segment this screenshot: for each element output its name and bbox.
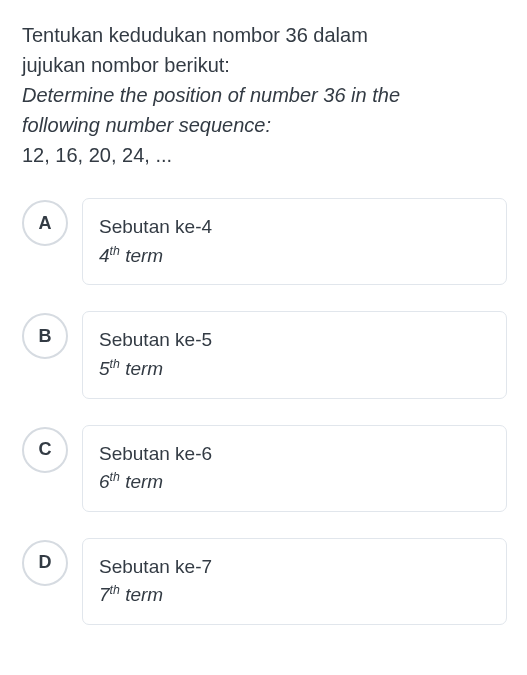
- option-letter: D: [22, 540, 68, 586]
- question-line-1: Tentukan kedudukan nombor 36 dalam: [22, 24, 368, 46]
- option-d[interactable]: D Sebutan ke-7 7th term: [22, 538, 507, 625]
- option-sub: 4th term: [99, 242, 490, 271]
- option-primary: Sebutan ke-7: [99, 553, 490, 582]
- option-ordinal: 5: [99, 358, 110, 379]
- option-suffix: th: [110, 244, 120, 258]
- option-sub: 5th term: [99, 355, 490, 384]
- option-ordinal: 6: [99, 471, 110, 492]
- option-box: Sebutan ke-5 5th term: [82, 311, 507, 398]
- question-sequence: 12, 16, 20, 24, ...: [22, 144, 172, 166]
- option-letter-text: D: [39, 552, 52, 573]
- option-a[interactable]: A Sebutan ke-4 4th term: [22, 198, 507, 285]
- option-suffix: th: [110, 583, 120, 597]
- option-suffix: th: [110, 357, 120, 371]
- options-container: A Sebutan ke-4 4th term B Sebutan ke-5 5…: [22, 198, 507, 625]
- option-box: Sebutan ke-4 4th term: [82, 198, 507, 285]
- question-translation-line-2: following number sequence:: [22, 114, 271, 136]
- option-sub-after: term: [120, 245, 163, 266]
- option-letter-text: B: [39, 326, 52, 347]
- option-letter-text: C: [39, 439, 52, 460]
- question-block: Tentukan kedudukan nombor 36 dalam jujuk…: [22, 20, 507, 170]
- option-sub: 7th term: [99, 581, 490, 610]
- question-line-2: jujukan nombor berikut:: [22, 54, 230, 76]
- option-sub-after: term: [120, 358, 163, 379]
- option-primary: Sebutan ke-6: [99, 440, 490, 469]
- option-letter-text: A: [39, 213, 52, 234]
- option-primary: Sebutan ke-5: [99, 326, 490, 355]
- option-sub-after: term: [120, 471, 163, 492]
- option-primary: Sebutan ke-4: [99, 213, 490, 242]
- option-letter: B: [22, 313, 68, 359]
- option-ordinal: 7: [99, 585, 110, 606]
- question-translation-line-1: Determine the position of number 36 in t…: [22, 84, 400, 106]
- option-ordinal: 4: [99, 245, 110, 266]
- option-b[interactable]: B Sebutan ke-5 5th term: [22, 311, 507, 398]
- option-sub-after: term: [120, 585, 163, 606]
- option-suffix: th: [110, 470, 120, 484]
- option-box: Sebutan ke-7 7th term: [82, 538, 507, 625]
- option-letter: A: [22, 200, 68, 246]
- option-c[interactable]: C Sebutan ke-6 6th term: [22, 425, 507, 512]
- option-box: Sebutan ke-6 6th term: [82, 425, 507, 512]
- option-letter: C: [22, 427, 68, 473]
- option-sub: 6th term: [99, 468, 490, 497]
